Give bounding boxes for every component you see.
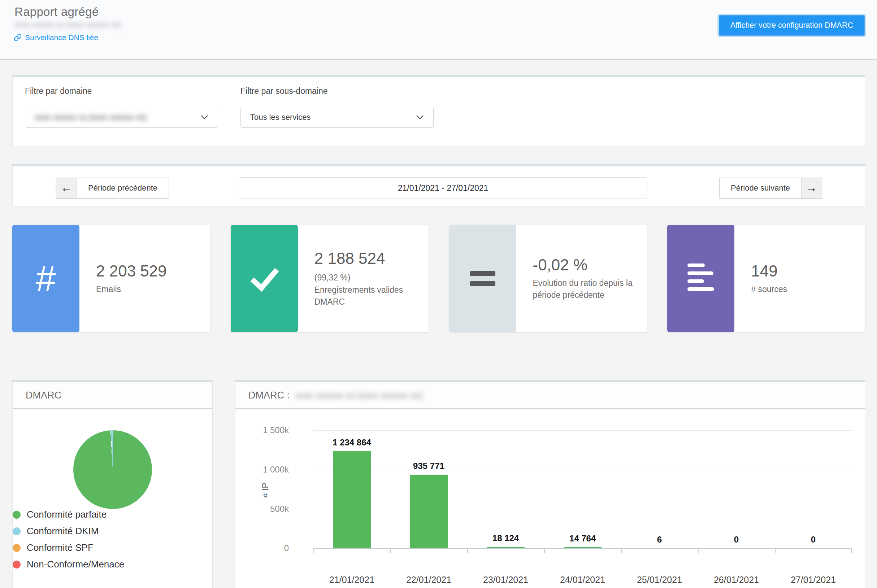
hash-icon: # [12, 225, 80, 332]
chevron-down-icon [200, 115, 208, 120]
x-axis-label: 27/01/2021 [775, 574, 852, 585]
charts-row: DMARC Conformité parfaiteConformité DKIM… [12, 380, 865, 588]
filters-panel: Filtre par domaine xxxx xxxxxx xx (xxxx … [12, 75, 865, 147]
previous-period-button[interactable]: ← Période précédente [56, 178, 169, 198]
bar-value-label: 0 [698, 535, 775, 544]
equals-icon [449, 225, 516, 332]
stat-value: 149 [751, 262, 854, 280]
y-tick-label: 1 000k [263, 465, 289, 475]
pie-panel-title: DMARC [13, 382, 212, 409]
dmarc-report-page: Rapport agrégé xxxx xxxxxx xx (xxxx xxxx… [0, 0, 877, 588]
previous-period-label: Période précédente [77, 178, 169, 198]
stat-card-sources: 149 # sources [667, 225, 865, 332]
stat-label: Enregistrements valides DMARC [314, 284, 418, 308]
subdomain-filter-label: Filtre par sous-domaine [240, 86, 434, 96]
bar-value-label: 14 764 [544, 534, 621, 544]
pie-legend: Conformité parfaiteConformité DKIMConfor… [13, 509, 212, 570]
next-period-button[interactable]: Période suivante → [719, 178, 822, 198]
page-header: Rapport agrégé xxxx xxxxxx xx (xxxx xxxx… [0, 0, 877, 60]
stat-card-ratio-evolution: -0,02 % Evolution du ratio depuis la pér… [449, 225, 647, 332]
pie-chart[interactable] [73, 430, 152, 509]
redacted-domain-subtitle: xxxx xxxxxx xx (xxxx xxxxxx xx) [15, 20, 121, 29]
stats-row: # 2 203 529 Emails 2 188 524 (99,32 %) E… [12, 225, 865, 332]
date-range-input[interactable]: 21/01/2021 - 27/01/2021 [239, 177, 647, 199]
y-axis-ticks: 1 500k1 000k500k0 [236, 430, 313, 548]
x-tick [390, 548, 391, 553]
bar[interactable] [333, 451, 371, 548]
stat-percentage: (99,32 %) [314, 272, 418, 284]
bar-column: 1 234 864 [313, 430, 390, 548]
next-period-label: Période suivante [719, 178, 801, 198]
legend-dot-icon [13, 544, 21, 552]
x-tick [467, 548, 468, 553]
bar-value-label: 18 124 [467, 533, 544, 543]
legend-item[interactable]: Non-Conforme/Menace [13, 559, 212, 570]
subdomain-select-value: Tous les services [250, 112, 311, 122]
x-tick [544, 548, 545, 553]
bar-column: 18 124 [467, 430, 544, 548]
bar-value-label: 935 771 [390, 461, 467, 471]
dns-monitoring-link[interactable]: Surveillance DNS liée [14, 33, 98, 42]
arrow-left-icon: ← [56, 178, 77, 198]
y-tick-label: 500k [270, 504, 289, 514]
period-panel: ← Période précédente 21/01/2021 - 27/01/… [12, 164, 865, 207]
bar-value-label: 1 234 864 [313, 438, 390, 448]
arrow-right-icon: → [801, 178, 822, 198]
legend-dot-icon [13, 561, 21, 568]
bar[interactable] [487, 547, 525, 548]
legend-item[interactable]: Conformité SPF [13, 542, 212, 554]
dmarc-bar-panel: DMARC : xxxx xxxxxx xx (xxxx xxxxxx xx) … [235, 380, 865, 588]
main-content: Filtre par domaine xxxx xxxxxx xx (xxxx … [12, 60, 865, 588]
x-tick [851, 548, 852, 553]
bar-column: 0 [698, 430, 775, 548]
redacted-bar-panel-domain: xxxx xxxxxx xx (xxxx xxxxxx xx) [295, 390, 422, 400]
x-axis-label: 22/01/2021 [390, 574, 467, 585]
stat-label: Evolution du ratio depuis la période pré… [533, 277, 636, 301]
domain-select-value: xxxx xxxxxx xx (xxxx xxxxxx xx) [35, 112, 146, 122]
show-dmarc-config-button[interactable]: Afficher votre configuration DMARC [719, 15, 865, 36]
legend-item[interactable]: Conformité DKIM [13, 525, 212, 537]
x-axis-label: 24/01/2021 [544, 574, 621, 585]
legend-label: Conformité DKIM [27, 525, 99, 537]
bar-value-label: 6 [621, 535, 698, 544]
y-tick-label: 0 [284, 543, 289, 554]
stat-card-emails: # 2 203 529 Emails [12, 225, 210, 332]
bar-panel-title: DMARC : [248, 390, 290, 401]
bar[interactable] [564, 547, 602, 548]
legend-item[interactable]: Conformité parfaite [13, 509, 212, 520]
domain-filter-group: Filtre par domaine xxxx xxxxxx xx (xxxx … [25, 86, 218, 137]
domain-select[interactable]: xxxx xxxxxx xx (xxxx xxxxxx xx) [25, 107, 218, 128]
x-axis-label: 21/01/2021 [313, 574, 390, 585]
x-axis-label: 25/01/2021 [621, 574, 698, 585]
bar-chart: # IP 1 500k1 000k500k0 1 234 864935 7711… [236, 409, 865, 588]
stat-value: -0,02 % [533, 256, 636, 274]
chevron-down-icon [416, 115, 424, 120]
bar[interactable] [410, 475, 448, 548]
y-tick-label: 1 500k [263, 425, 289, 435]
stat-label: # sources [751, 284, 854, 295]
bar-column: 14 764 [544, 430, 621, 548]
x-axis-label: 23/01/2021 [467, 574, 544, 585]
stat-card-valid-dmarc: 2 188 524 (99,32 %) Enregistrements vali… [231, 225, 429, 332]
bar-column: 935 771 [390, 430, 467, 548]
stat-value: 2 188 524 [314, 249, 418, 267]
legend-dot-icon [13, 527, 21, 535]
bar-column: 0 [775, 430, 852, 548]
check-icon [231, 225, 298, 332]
dns-link-label: Surveillance DNS liée [25, 33, 98, 42]
link-icon [14, 34, 22, 42]
legend-label: Conformité parfaite [27, 509, 107, 520]
legend-dot-icon [13, 511, 21, 519]
legend-label: Conformité SPF [27, 542, 93, 554]
domain-filter-label: Filtre par domaine [25, 86, 218, 96]
dmarc-pie-panel: DMARC Conformité parfaiteConformité DKIM… [12, 380, 213, 588]
legend-label: Non-Conforme/Menace [27, 559, 124, 570]
x-tick [313, 548, 314, 553]
plot-area: 1 234 864935 77118 12414 764600 [313, 430, 852, 549]
x-tick [775, 548, 776, 553]
stat-value: 2 203 529 [96, 262, 199, 280]
stat-label: Emails [96, 284, 199, 295]
x-axis-labels: 21/01/202122/01/202123/01/202124/01/2021… [313, 574, 852, 585]
subdomain-filter-group: Filtre par sous-domaine Tous les service… [240, 86, 434, 137]
subdomain-select[interactable]: Tous les services [240, 107, 434, 128]
